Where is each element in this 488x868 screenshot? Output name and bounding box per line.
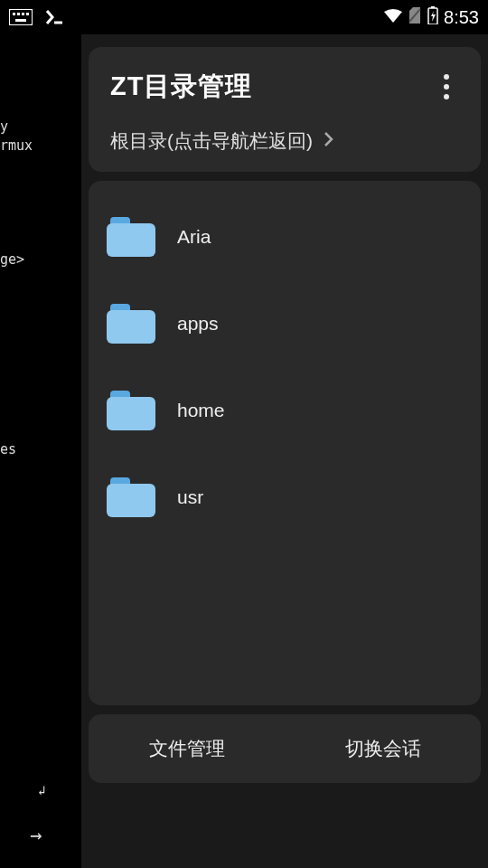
switch-session-button[interactable]: 切换会话 [285,714,481,783]
terminal-text: y rmux ge> es [0,118,33,458]
keyboard-icon [9,9,33,25]
folder-item[interactable]: apps [89,280,481,367]
breadcrumb[interactable]: 根目录(点击导航栏返回) [110,128,459,154]
folder-label: home [177,400,225,421]
folder-icon [107,477,155,517]
file-manage-button[interactable]: 文件管理 [89,714,285,783]
page-title: ZT目录管理 [110,69,252,105]
folder-list: Aria apps home usr [89,181,481,705]
status-time: 8:53 [444,7,479,28]
more-menu-button[interactable] [434,74,459,99]
svg-rect-2 [17,13,20,15]
svg-rect-3 [22,13,24,15]
svg-rect-5 [15,19,26,22]
terminal-prompt-icon [45,9,63,25]
folder-label: apps [177,313,219,335]
folder-label: Aria [177,226,211,248]
terminal-background: y rmux ge> es ↲ → [0,34,81,868]
enter-symbol: ↲ [38,782,45,800]
svg-rect-1 [13,13,15,15]
chevron-right-icon [324,130,334,152]
status-bar: 8:53 [0,0,488,34]
arrow-right-symbol: → [30,822,42,850]
bottom-actions: 文件管理 切换会话 [89,714,481,783]
folder-icon [107,391,155,430]
header-card: ZT目录管理 根目录(点击导航栏返回) [89,47,481,172]
main-panel: ZT目录管理 根目录(点击导航栏返回) Aria apps home usr [81,34,488,868]
svg-rect-0 [9,9,33,25]
sim-icon [408,7,422,28]
folder-item[interactable]: usr [89,454,481,541]
folder-item[interactable]: home [89,367,481,454]
svg-rect-9 [431,6,435,8]
svg-rect-4 [26,13,29,15]
wifi-icon [384,7,402,28]
folder-icon [107,217,155,257]
folder-item[interactable]: Aria [89,193,481,280]
breadcrumb-label: 根目录(点击导航栏返回) [110,128,313,154]
folder-label: usr [177,486,203,508]
folder-icon [107,304,155,344]
battery-charging-icon [427,6,438,29]
